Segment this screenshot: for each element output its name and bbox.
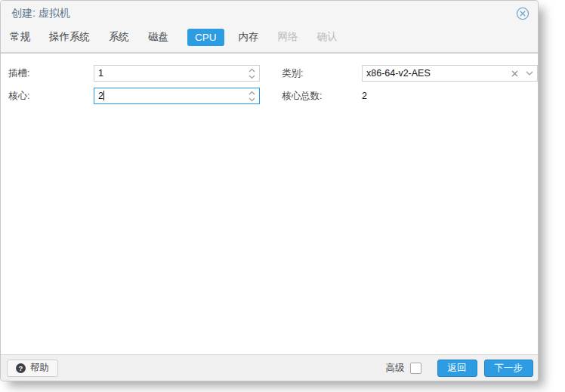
help-button[interactable]: ? 帮助 xyxy=(7,360,58,377)
tab-general[interactable]: 常规 xyxy=(10,27,30,47)
back-button[interactable]: 返回 xyxy=(437,360,477,377)
combo-tools xyxy=(507,66,537,81)
chevron-down-icon[interactable] xyxy=(244,73,259,80)
cores-value: 2 xyxy=(94,91,244,101)
sockets-label: 插槽: xyxy=(8,67,94,80)
total-cores-label: 核心总数: xyxy=(282,90,362,103)
sockets-spinner[interactable] xyxy=(244,66,259,81)
text-cursor xyxy=(103,91,104,100)
sockets-input[interactable]: 1 xyxy=(94,65,260,82)
tab-bar: 常规 操作系统 系统 磁盘 CPU 内存 网络 确认 xyxy=(1,22,538,54)
footer-toolbar: ? 帮助 高级 返回 下一步 xyxy=(1,354,538,381)
tab-confirm: 确认 xyxy=(317,27,338,47)
cores-label: 核心: xyxy=(8,90,94,103)
dialog-title: 创建: 虚拟机 xyxy=(11,7,516,20)
next-button[interactable]: 下一步 xyxy=(484,360,534,377)
form-row-cores-total: 核心: 2 核心总数: 2 xyxy=(1,88,538,104)
tab-cpu[interactable]: CPU xyxy=(187,29,224,46)
question-circle-icon: ? xyxy=(16,363,26,373)
tab-system[interactable]: 系统 xyxy=(109,27,129,47)
clear-icon[interactable] xyxy=(507,66,522,81)
chevron-down-icon[interactable] xyxy=(244,96,259,103)
chevron-up-icon[interactable] xyxy=(244,89,259,96)
form-area: 插槽: 1 类别: x86-64-v2-AES xyxy=(1,54,538,354)
dialog-titlebar: 创建: 虚拟机 xyxy=(1,1,538,22)
tab-os[interactable]: 操作系统 xyxy=(49,27,90,47)
cpu-type-value: x86-64-v2-AES xyxy=(363,68,507,79)
form-row-sockets-type: 插槽: 1 类别: x86-64-v2-AES xyxy=(1,65,538,82)
close-icon[interactable] xyxy=(516,7,529,20)
total-cores-value: 2 xyxy=(362,91,367,101)
chevron-up-icon[interactable] xyxy=(244,66,259,73)
create-vm-dialog: 创建: 虚拟机 常规 操作系统 系统 磁盘 CPU 内存 网络 确认 插槽: 1 xyxy=(0,0,539,381)
cores-input[interactable]: 2 xyxy=(94,88,260,104)
cpu-type-combo[interactable]: x86-64-v2-AES xyxy=(362,65,538,82)
tab-network: 网络 xyxy=(278,27,298,47)
advanced-label: 高级 xyxy=(386,362,405,375)
sockets-value: 1 xyxy=(94,68,244,79)
chevron-down-icon[interactable] xyxy=(522,66,537,81)
cores-spinner[interactable] xyxy=(244,88,259,103)
tab-disks[interactable]: 磁盘 xyxy=(148,27,168,47)
help-label: 帮助 xyxy=(30,362,49,375)
tab-memory[interactable]: 内存 xyxy=(239,27,259,47)
advanced-checkbox[interactable] xyxy=(410,363,421,374)
cpu-type-label: 类别: xyxy=(282,67,362,80)
